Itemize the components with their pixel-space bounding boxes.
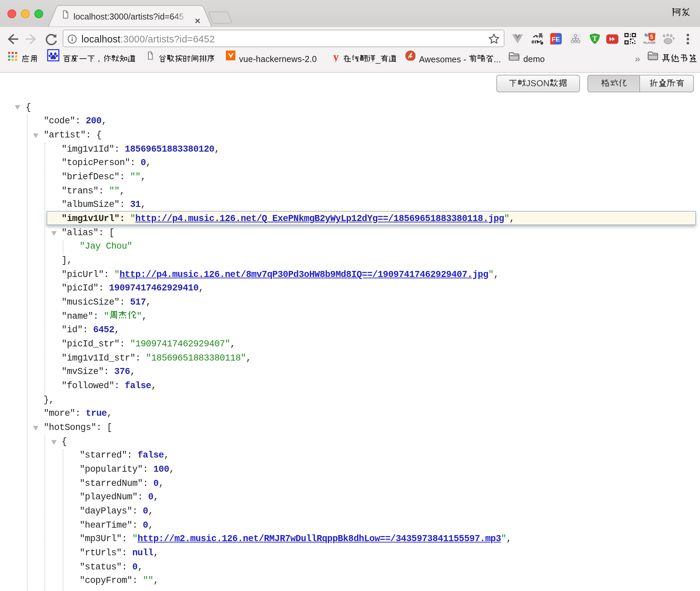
svg-text:FE: FE [552,36,560,43]
svg-text:y: y [333,51,339,62]
svg-text:PLAYER: PLAYER [643,41,655,44]
svg-text:T: T [592,34,597,42]
svg-text:5: 5 [650,34,653,40]
